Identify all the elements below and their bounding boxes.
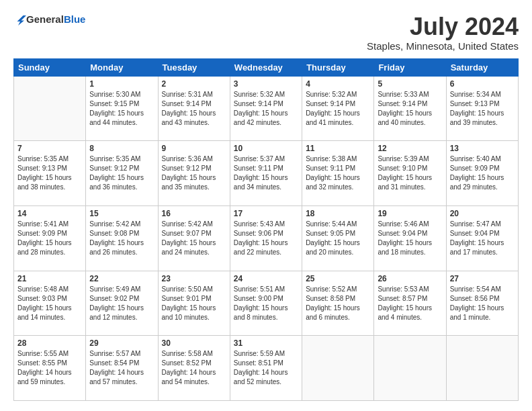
table-row: 29Sunrise: 5:57 AM Sunset: 8:54 PM Dayli…: [86, 336, 158, 401]
table-row: 5Sunrise: 5:33 AM Sunset: 9:14 PM Daylig…: [374, 76, 446, 141]
subtitle: Staples, Minnesota, United States: [367, 40, 519, 52]
day-number: 10: [234, 144, 298, 153]
day-number: 16: [162, 209, 226, 218]
day-info: Sunrise: 5:50 AM Sunset: 9:01 PM Dayligh…: [162, 285, 226, 322]
day-info: Sunrise: 5:47 AM Sunset: 9:04 PM Dayligh…: [450, 220, 515, 257]
day-number: 27: [450, 274, 515, 283]
day-number: 28: [17, 338, 82, 348]
day-info: Sunrise: 5:32 AM Sunset: 9:14 PM Dayligh…: [306, 90, 370, 128]
table-row: 12Sunrise: 5:39 AM Sunset: 9:10 PM Dayli…: [374, 141, 446, 206]
day-number: 12: [378, 144, 442, 153]
table-row: 20Sunrise: 5:47 AM Sunset: 9:04 PM Dayli…: [446, 205, 518, 271]
logo-general: General: [26, 13, 64, 25]
table-row: 24Sunrise: 5:51 AM Sunset: 9:00 PM Dayli…: [230, 271, 302, 336]
calendar-week-row: 1Sunrise: 5:30 AM Sunset: 9:15 PM Daylig…: [14, 76, 519, 141]
day-number: 21: [17, 274, 82, 283]
day-info: Sunrise: 5:35 AM Sunset: 9:13 PM Dayligh…: [17, 154, 82, 192]
header-monday: Monday: [86, 58, 158, 76]
header-wednesday: Wednesday: [230, 58, 302, 76]
calendar-week-row: 21Sunrise: 5:48 AM Sunset: 9:03 PM Dayli…: [14, 271, 519, 336]
day-info: Sunrise: 5:38 AM Sunset: 9:11 PM Dayligh…: [306, 154, 370, 192]
day-info: Sunrise: 5:42 AM Sunset: 9:08 PM Dayligh…: [89, 220, 154, 257]
day-number: 5: [378, 79, 442, 89]
table-row: 22Sunrise: 5:49 AM Sunset: 9:02 PM Dayli…: [86, 271, 158, 336]
day-info: Sunrise: 5:30 AM Sunset: 9:15 PM Dayligh…: [89, 90, 154, 128]
day-info: Sunrise: 5:55 AM Sunset: 8:55 PM Dayligh…: [17, 349, 82, 387]
day-info: Sunrise: 5:36 AM Sunset: 9:12 PM Dayligh…: [162, 154, 226, 192]
day-info: Sunrise: 5:48 AM Sunset: 9:03 PM Dayligh…: [17, 285, 82, 322]
day-number: 23: [162, 274, 226, 283]
day-info: Sunrise: 5:58 AM Sunset: 8:52 PM Dayligh…: [162, 349, 226, 387]
logo-blue: Blue: [64, 13, 86, 25]
table-row: 13Sunrise: 5:40 AM Sunset: 9:09 PM Dayli…: [446, 141, 518, 206]
svg-marker-0: [17, 15, 27, 26]
page: GeneralBlue July 2024 Staples, Minnesota…: [0, 0, 532, 411]
table-row: 6Sunrise: 5:34 AM Sunset: 9:13 PM Daylig…: [446, 76, 518, 141]
day-info: Sunrise: 5:53 AM Sunset: 8:57 PM Dayligh…: [378, 285, 442, 322]
header-thursday: Thursday: [302, 58, 374, 76]
day-info: Sunrise: 5:41 AM Sunset: 9:09 PM Dayligh…: [17, 220, 82, 257]
day-info: Sunrise: 5:31 AM Sunset: 9:14 PM Dayligh…: [162, 90, 226, 128]
table-row: 3Sunrise: 5:32 AM Sunset: 9:14 PM Daylig…: [230, 76, 302, 141]
day-info: Sunrise: 5:44 AM Sunset: 9:05 PM Dayligh…: [306, 220, 370, 257]
day-number: 25: [306, 274, 370, 283]
header-sunday: Sunday: [14, 58, 86, 76]
day-info: Sunrise: 5:40 AM Sunset: 9:09 PM Dayligh…: [450, 154, 515, 192]
day-number: 9: [162, 144, 226, 153]
day-number: 3: [234, 79, 298, 89]
day-number: 8: [89, 144, 154, 153]
day-info: Sunrise: 5:34 AM Sunset: 9:13 PM Dayligh…: [450, 90, 515, 128]
table-row: 21Sunrise: 5:48 AM Sunset: 9:03 PM Dayli…: [14, 271, 86, 336]
day-number: 13: [450, 144, 515, 153]
table-row: [302, 336, 374, 401]
day-number: 29: [89, 338, 154, 348]
table-row: 4Sunrise: 5:32 AM Sunset: 9:14 PM Daylig…: [302, 76, 374, 141]
title-area: July 2024 Staples, Minnesota, United Sta…: [367, 13, 519, 52]
day-number: 4: [306, 79, 370, 89]
day-info: Sunrise: 5:42 AM Sunset: 9:07 PM Dayligh…: [162, 220, 226, 257]
calendar-header-row: Sunday Monday Tuesday Wednesday Thursday…: [14, 58, 519, 76]
table-row: 27Sunrise: 5:54 AM Sunset: 8:56 PM Dayli…: [446, 271, 518, 336]
logo-icon: [14, 13, 26, 26]
table-row: 10Sunrise: 5:37 AM Sunset: 9:11 PM Dayli…: [230, 141, 302, 206]
table-row: 31Sunrise: 5:59 AM Sunset: 8:51 PM Dayli…: [230, 336, 302, 401]
table-row: [446, 336, 518, 401]
day-info: Sunrise: 5:43 AM Sunset: 9:06 PM Dayligh…: [234, 220, 298, 257]
calendar-week-row: 14Sunrise: 5:41 AM Sunset: 9:09 PM Dayli…: [14, 205, 519, 271]
day-info: Sunrise: 5:51 AM Sunset: 9:00 PM Dayligh…: [234, 285, 298, 322]
day-info: Sunrise: 5:52 AM Sunset: 8:58 PM Dayligh…: [306, 285, 370, 322]
table-row: 15Sunrise: 5:42 AM Sunset: 9:08 PM Dayli…: [86, 205, 158, 271]
table-row: 1Sunrise: 5:30 AM Sunset: 9:15 PM Daylig…: [86, 76, 158, 141]
table-row: 30Sunrise: 5:58 AM Sunset: 8:52 PM Dayli…: [158, 336, 230, 401]
day-number: 15: [89, 209, 154, 218]
header-tuesday: Tuesday: [158, 58, 230, 76]
table-row: 19Sunrise: 5:46 AM Sunset: 9:04 PM Dayli…: [374, 205, 446, 271]
day-number: 30: [162, 338, 226, 348]
day-number: 17: [234, 209, 298, 218]
table-row: 28Sunrise: 5:55 AM Sunset: 8:55 PM Dayli…: [14, 336, 86, 401]
header-friday: Friday: [374, 58, 446, 76]
calendar-table: Sunday Monday Tuesday Wednesday Thursday…: [13, 58, 519, 401]
table-row: [374, 336, 446, 401]
day-number: 6: [450, 79, 515, 89]
day-info: Sunrise: 5:35 AM Sunset: 9:12 PM Dayligh…: [89, 154, 154, 192]
day-number: 20: [450, 209, 515, 218]
table-row: 18Sunrise: 5:44 AM Sunset: 9:05 PM Dayli…: [302, 205, 374, 271]
day-number: 22: [89, 274, 154, 283]
table-row: 2Sunrise: 5:31 AM Sunset: 9:14 PM Daylig…: [158, 76, 230, 141]
day-info: Sunrise: 5:33 AM Sunset: 9:14 PM Dayligh…: [378, 90, 442, 128]
table-row: 23Sunrise: 5:50 AM Sunset: 9:01 PM Dayli…: [158, 271, 230, 336]
table-row: [14, 76, 86, 141]
day-info: Sunrise: 5:49 AM Sunset: 9:02 PM Dayligh…: [89, 285, 154, 322]
day-number: 11: [306, 144, 370, 153]
table-row: 26Sunrise: 5:53 AM Sunset: 8:57 PM Dayli…: [374, 271, 446, 336]
day-number: 19: [378, 209, 442, 218]
header: GeneralBlue July 2024 Staples, Minnesota…: [13, 13, 519, 52]
table-row: 14Sunrise: 5:41 AM Sunset: 9:09 PM Dayli…: [14, 205, 86, 271]
table-row: 7Sunrise: 5:35 AM Sunset: 9:13 PM Daylig…: [14, 141, 86, 206]
day-info: Sunrise: 5:37 AM Sunset: 9:11 PM Dayligh…: [234, 154, 298, 192]
calendar-week-row: 7Sunrise: 5:35 AM Sunset: 9:13 PM Daylig…: [14, 141, 519, 206]
table-row: 11Sunrise: 5:38 AM Sunset: 9:11 PM Dayli…: [302, 141, 374, 206]
day-number: 7: [17, 144, 82, 153]
logo: GeneralBlue: [13, 13, 85, 26]
